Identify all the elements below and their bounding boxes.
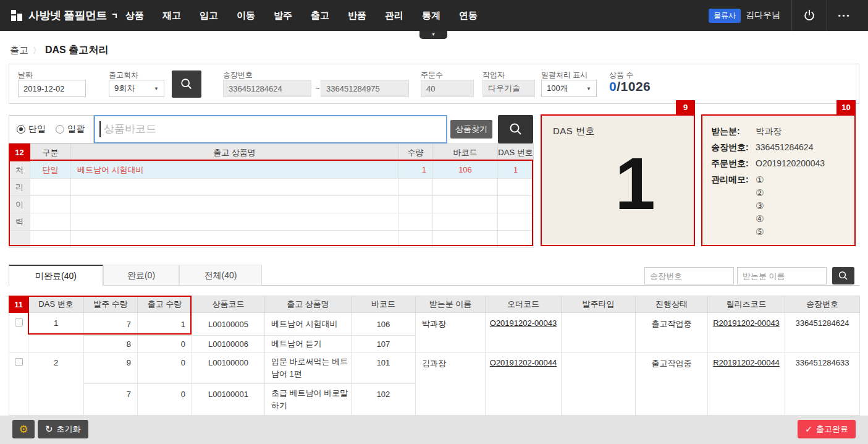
col-header-receiver: 받는분 이름 (416, 296, 486, 313)
complete-shipment-button[interactable]: ✓ 출고완료 (798, 420, 856, 438)
memo-3: ③ (756, 200, 764, 211)
filter-search-button[interactable] (172, 70, 201, 98)
cell-product-code: L00100006 (192, 336, 265, 352)
invoice-range-label: 송장번호 (223, 70, 253, 80)
batch-size-value: 100개 (547, 83, 568, 94)
settings-button[interactable]: ⚙ (12, 420, 35, 438)
history-vertical-label: 리 (9, 179, 30, 196)
nav-item-move[interactable]: 이동 (227, 0, 264, 31)
page-title: DAS 출고처리 (45, 44, 108, 57)
chevron-down-icon: ▼ (586, 86, 591, 92)
invoice-label: 송장번호: (711, 142, 756, 153)
reset-button[interactable]: ↻ 초기화 (38, 420, 88, 438)
cell-shipped-qty: 0 (138, 336, 192, 352)
nav-item-integration[interactable]: 연동 (450, 0, 487, 31)
barcode-input[interactable] (94, 115, 447, 143)
scan-history-row-empty: 이 (9, 196, 534, 213)
app-logo[interactable]: 사방넷 풀필먼트 (10, 0, 117, 31)
nav-expand-handle[interactable]: ▼ (419, 31, 447, 39)
cell-product-name: 베트남어 듣기 (265, 336, 352, 352)
col-header-product-code: 상품코드 (192, 296, 265, 313)
nav-item-return[interactable]: 반품 (339, 0, 376, 31)
orders-table: 11 DAS 번호 발주 수량 출고 수량 상품코드 출고 상품명 바코드 받는… (9, 296, 860, 416)
cell-shipped-qty: 0 (138, 384, 192, 416)
list-search-button[interactable] (832, 267, 854, 284)
history-vertical-label: 력 (9, 213, 30, 231)
row-checkbox[interactable] (15, 358, 23, 366)
worker-input[interactable] (482, 80, 535, 97)
release-code-link[interactable]: R20191202-00043 (713, 318, 780, 328)
breadcrumb-section[interactable]: 출고 (10, 45, 28, 56)
more-menu-icon[interactable]: ••• (827, 0, 862, 31)
user-role-badge: 물류사 (709, 9, 741, 23)
power-icon[interactable] (792, 0, 827, 31)
cell-ordered-qty: 9 (84, 352, 138, 384)
history-vertical-label: 이 (9, 196, 30, 213)
cell-das: 1 (498, 161, 534, 179)
col-header-order-code: 오더코드 (486, 296, 562, 313)
tab-incomplete[interactable]: 미완료(40) (9, 265, 103, 286)
receiver-value: 박과장 (756, 126, 782, 137)
col-header-status: 진행상태 (636, 296, 708, 313)
col-header-das: DAS 번호 (498, 144, 534, 161)
tilde-separator: ~ (315, 83, 320, 93)
chevron-down-icon: ▼ (419, 31, 447, 38)
das-number-panel: DAS 번호 1 (541, 114, 695, 246)
product-count-current: 0 (609, 79, 617, 93)
orders-table-header: 11 DAS 번호 발주 수량 출고 수량 상품코드 출고 상품명 바코드 받는… (9, 296, 860, 313)
reset-button-label: 초기화 (57, 424, 81, 435)
invoice-search-input[interactable] (644, 267, 734, 284)
tab-complete[interactable]: 완료(0) (103, 265, 179, 286)
nav-item-stats[interactable]: 통계 (413, 0, 450, 31)
cell-status: 출고작업중 (636, 313, 708, 352)
batch-size-select[interactable]: 100개 ▼ (541, 80, 597, 97)
cell-shipped-qty: 1 (138, 313, 192, 336)
release-code-link[interactable]: R20191202-00044 (713, 358, 780, 367)
barcode-search-button[interactable] (498, 115, 533, 143)
radio-single[interactable]: 단일 (17, 124, 46, 135)
cell-invoice: 336451284633 (785, 352, 860, 416)
col-header-invoice: 송장번호 (785, 296, 860, 313)
col-header-ordered-qty: 발주 수량 (84, 296, 138, 313)
memo-1: ① (756, 174, 764, 185)
tab-all[interactable]: 전체(40) (179, 265, 262, 286)
receiver-search-input[interactable] (737, 267, 827, 284)
cell-product-code: L00100000 (192, 352, 265, 384)
scan-table-header: 12 구분 출고 상품명 수량 바코드 DAS 번호 (9, 144, 534, 161)
order-code-link[interactable]: O20191202-00043 (490, 318, 557, 328)
order-code-link[interactable]: O20191202-00044 (490, 358, 557, 367)
row-checkbox[interactable] (15, 318, 23, 327)
breadcrumb-separator-icon: 〉 (33, 45, 41, 56)
find-product-button[interactable]: 상품찾기 (450, 120, 492, 139)
scan-history-row-empty (9, 231, 534, 248)
search-icon (838, 270, 849, 281)
cell-product-name: 입문 바로써먹는 베트남어 1편 (265, 352, 352, 384)
date-input[interactable] (18, 80, 86, 97)
order-count-input[interactable] (421, 80, 474, 97)
nav-item-inbound[interactable]: 입고 (190, 0, 227, 31)
round-select-value: 9회차 (114, 83, 135, 94)
round-select[interactable]: 9회차 ▼ (109, 80, 164, 97)
filter-panel: 날짜 출고회차 9회차 ▼ 송장번호 ~ 주문수 작업자 일괄처리 표시 100… (9, 64, 859, 104)
receiver-label: 받는분: (711, 126, 756, 137)
radio-single-label: 단일 (28, 124, 46, 135)
refresh-icon: ↻ (45, 424, 53, 435)
cell-product-name: 초급 베트남어 바로말하기 (265, 384, 352, 416)
radio-batch[interactable]: 일괄 (56, 124, 85, 135)
cell-order-type (562, 313, 636, 352)
cell-receiver: 김과장 (416, 352, 486, 416)
order-row: 2 9 0 L00100000 입문 바로써먹는 베트남어 1편 101 김과장… (9, 352, 860, 384)
nav-item-order[interactable]: 발주 (264, 0, 301, 31)
invoice-to-input[interactable] (321, 80, 409, 97)
invoice-from-input[interactable] (223, 80, 311, 97)
barcode-input-wrap (94, 115, 447, 143)
date-label: 날짜 (18, 70, 33, 80)
col-header-das: DAS 번호 (28, 296, 84, 313)
nav-item-product[interactable]: 상품 (116, 0, 153, 31)
nav-item-stock[interactable]: 재고 (153, 0, 190, 31)
nav-item-admin[interactable]: 관리 (376, 0, 413, 31)
cell-das: 1 (28, 313, 84, 352)
scan-mode-group: 단일 일괄 (9, 115, 94, 143)
nav-item-outbound[interactable]: 출고 (301, 0, 339, 31)
cell-qty: 1 (398, 161, 433, 179)
